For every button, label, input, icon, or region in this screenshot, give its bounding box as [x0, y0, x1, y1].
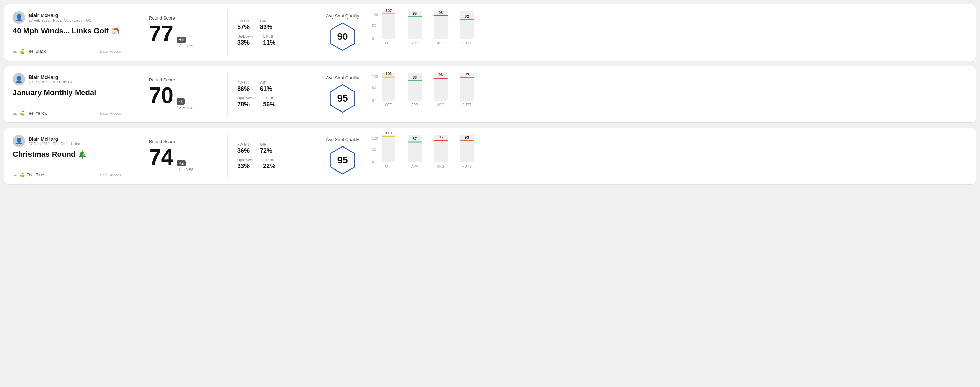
updown-stat: Up/Down 33% [237, 158, 253, 170]
svg-rect-49 [434, 135, 448, 162]
score-diff-badge: +2 [177, 160, 186, 167]
weather-icon: ☁ [13, 172, 17, 178]
stats-row-top: FW Hit 36% GIR 72% [237, 143, 299, 154]
user-name: Blair McHarg [29, 75, 76, 80]
tee-label: Tee: Yellow [27, 111, 48, 116]
svg-text:86: 86 [413, 75, 417, 79]
gir-stat: GIR 72% [260, 143, 272, 154]
svg-text:95: 95 [413, 11, 417, 16]
divider3 [309, 11, 309, 54]
oneputt-stat: 1 Putt 11% [263, 34, 275, 46]
updown-label: Up/Down [237, 96, 253, 100]
svg-text:107: 107 [385, 9, 391, 13]
svg-text:100: 100 [372, 13, 378, 17]
holes-label: 18 Holes [177, 105, 193, 110]
svg-text:OTT: OTT [385, 103, 392, 107]
svg-text:110: 110 [385, 131, 391, 135]
tee-info: ☁ ⛳ Tee: Yellow [13, 111, 48, 116]
user-info: 👤 Blair McHarg 27 Dec 2021 · The Oxfords… [13, 135, 121, 147]
quality-section: Avg Shot Quality 95 [318, 73, 367, 116]
round-title: 40 Mph Winds... Links Golf 🪃 [13, 26, 121, 35]
svg-rect-46 [408, 141, 422, 143]
svg-rect-31 [434, 78, 448, 79]
svg-rect-27 [408, 80, 422, 81]
fw-hit-stat: FW Hit 86% [237, 81, 250, 93]
tee-label: Tee: Black [27, 49, 46, 54]
round-title: January Monthly Medal [13, 88, 121, 97]
bottom-info: ☁ ⛳ Tee: Yellow Data: Arccos [13, 111, 121, 116]
fw-hit-value: 86% [237, 86, 250, 93]
score-section: Round Score 74 +2 18 Holes [149, 135, 218, 178]
updown-value: 33% [237, 163, 253, 170]
gir-label: GIR [260, 19, 272, 23]
golf-icon: ⛳ [19, 49, 25, 54]
updown-value: 33% [237, 39, 253, 46]
hexagon-container: 95 [327, 83, 358, 114]
user-details: Blair McHarg 12 Feb 2022 · Royal North D… [29, 13, 91, 22]
chart-section: 100500101OTT86APP96ARG99PUTT [367, 73, 967, 116]
svg-rect-4 [382, 13, 395, 14]
svg-text:50: 50 [372, 148, 376, 151]
hexagon-container: 95 [327, 145, 358, 176]
score-value: 74 [149, 146, 173, 168]
gir-value: 83% [260, 24, 272, 31]
left-section: 👤 Blair McHarg 12 Feb 2022 · Royal North… [13, 11, 129, 54]
user-meta: 29 Jan 2022 · Mill Ride GCC [29, 80, 76, 84]
updown-label: Up/Down [237, 34, 253, 38]
updown-value: 78% [237, 101, 253, 108]
divider2 [227, 135, 228, 178]
fw-hit-value: 36% [237, 147, 250, 154]
svg-text:OTT: OTT [385, 165, 392, 168]
score-row: 70 -2 18 Holes [149, 84, 218, 110]
svg-text:PUTT: PUTT [462, 41, 471, 45]
svg-rect-3 [382, 11, 395, 39]
data-source: Data: Arccos [100, 111, 121, 115]
user-icon: 👤 [15, 76, 23, 83]
holes-label: 18 Holes [177, 44, 193, 48]
user-meta: 27 Dec 2021 · The Oxfordshire [29, 142, 80, 146]
round-card: 👤 Blair McHarg 29 Jan 2022 · Mill Ride G… [4, 66, 976, 123]
round-score-label: Round Score [149, 139, 218, 144]
quality-score: 95 [337, 155, 348, 166]
avg-quality-label: Avg Shot Quality [326, 75, 360, 80]
svg-rect-30 [434, 73, 448, 100]
svg-text:PUTT: PUTT [462, 103, 471, 107]
svg-text:ARG: ARG [437, 165, 444, 168]
stats-row-bottom: Up/Down 78% 1 Putt 56% [237, 96, 299, 108]
holes-label: 18 Holes [177, 167, 193, 172]
golf-icon: ⛳ [19, 172, 25, 178]
score-row: 77 +5 18 Holes [149, 23, 218, 48]
quality-section: Avg Shot Quality 90 [318, 11, 367, 54]
avg-quality-label: Avg Shot Quality [326, 137, 360, 142]
fw-hit-label: FW Hit [237, 143, 250, 146]
fw-hit-label: FW Hit [237, 19, 250, 23]
stats-section: FW Hit 36% GIR 72% Up/Down 33% 1 Putt 22… [237, 135, 299, 178]
stats-row-top: FW Hit 86% GIR 61% [237, 81, 299, 93]
round-title: Christmas Round 🎄 [13, 150, 121, 159]
fw-hit-label: FW Hit [237, 81, 250, 85]
updown-stat: Up/Down 78% [237, 96, 253, 108]
oneputt-stat: 1 Putt 22% [263, 158, 275, 170]
svg-rect-54 [460, 140, 474, 141]
svg-rect-8 [408, 16, 422, 17]
bottom-info: ☁ ⛳ Tee: Black Data: Arccos [13, 49, 121, 54]
hexagon-container: 90 [327, 21, 358, 52]
svg-text:99: 99 [465, 72, 469, 76]
svg-text:OTT: OTT [385, 41, 392, 45]
tee-info: ☁ ⛳ Tee: Black [13, 49, 46, 54]
divider [139, 135, 139, 178]
left-section: 👤 Blair McHarg 29 Jan 2022 · Mill Ride G… [13, 73, 129, 116]
stats-row-bottom: Up/Down 33% 1 Putt 22% [237, 158, 299, 170]
svg-text:50: 50 [372, 24, 376, 28]
gir-stat: GIR 61% [260, 81, 272, 93]
svg-text:PUTT: PUTT [462, 165, 471, 168]
stats-row-top: FW Hit 57% GIR 83% [237, 19, 299, 31]
svg-text:96: 96 [439, 73, 443, 77]
quality-score: 95 [337, 93, 348, 104]
user-info: 👤 Blair McHarg 29 Jan 2022 · Mill Ride G… [13, 73, 121, 86]
svg-rect-23 [382, 76, 395, 78]
fw-hit-value: 57% [237, 24, 250, 31]
svg-text:100: 100 [372, 136, 378, 140]
data-source: Data: Arccos [100, 49, 121, 54]
user-name: Blair McHarg [29, 13, 91, 18]
